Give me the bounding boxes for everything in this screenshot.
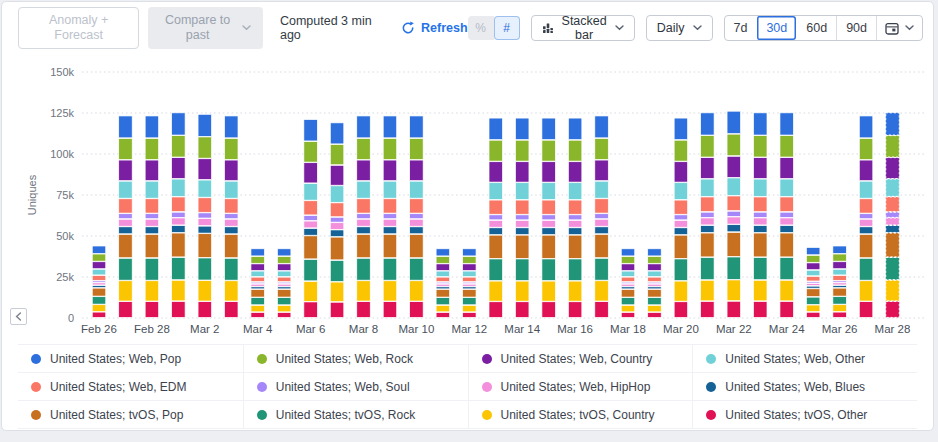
bar-segment[interactable] [621, 305, 635, 311]
bar-segment[interactable] [410, 302, 424, 318]
bar-segment[interactable] [119, 258, 133, 280]
bar-segment[interactable] [383, 138, 397, 159]
bar-segment[interactable] [727, 111, 741, 133]
bar-segment[interactable] [859, 234, 873, 257]
bar-segment[interactable] [701, 226, 715, 233]
bar-segment[interactable] [92, 305, 106, 312]
bar-segment[interactable] [330, 217, 344, 222]
bar-segment[interactable] [833, 288, 847, 296]
bar-segment[interactable] [277, 282, 291, 283]
bar-segment[interactable] [489, 235, 503, 258]
bar-segment[interactable] [701, 218, 715, 225]
bar-segment[interactable] [542, 140, 556, 161]
bar-segment[interactable] [330, 203, 344, 217]
bar-segment[interactable] [357, 138, 371, 159]
bar-segment[interactable] [198, 198, 212, 212]
bar-segment[interactable] [251, 282, 265, 283]
bar-segment[interactable] [780, 280, 794, 301]
bar-segment[interactable] [595, 214, 609, 219]
bar-segment[interactable] [833, 297, 847, 304]
bar-segment[interactable] [119, 234, 133, 257]
bar-segment[interactable] [542, 259, 556, 281]
bar-segment[interactable] [383, 160, 397, 181]
bar-segment[interactable] [674, 140, 688, 161]
bar-segment[interactable] [172, 233, 186, 257]
bar-segment[interactable] [198, 234, 212, 258]
bar-segment[interactable] [172, 113, 186, 135]
bar-segment[interactable] [489, 228, 503, 235]
bar-segment[interactable] [754, 136, 768, 157]
bar-segment[interactable] [436, 277, 450, 281]
bar-segment[interactable] [489, 302, 503, 318]
bar-segment[interactable] [357, 181, 371, 198]
bar-segment[interactable] [780, 113, 794, 135]
bar-segment[interactable] [542, 302, 556, 318]
bar-segment[interactable] [648, 249, 662, 256]
bar-segment[interactable] [542, 228, 556, 235]
bar-segment[interactable] [463, 298, 477, 305]
bar-segment[interactable] [780, 226, 794, 233]
bar-segment[interactable] [886, 136, 900, 157]
bar-mar-21[interactable] [701, 113, 715, 318]
bar-segment[interactable] [648, 282, 662, 283]
bar-mar-16[interactable] [568, 118, 582, 317]
bar-feb-26[interactable] [92, 246, 106, 317]
bar-segment[interactable] [277, 284, 291, 286]
bar-segment[interactable] [304, 302, 318, 317]
bar-segment[interactable] [119, 281, 133, 301]
bar-segment[interactable] [701, 113, 715, 135]
bar-segment[interactable] [436, 287, 450, 289]
bar-segment[interactable] [754, 301, 768, 317]
bar-segment[interactable] [621, 249, 635, 256]
bar-segment[interactable] [568, 302, 582, 318]
bar-segment[interactable] [463, 257, 477, 264]
bar-segment[interactable] [145, 214, 159, 219]
bar-segment[interactable] [859, 214, 873, 219]
bar-segment[interactable] [410, 138, 424, 159]
bar-segment[interactable] [727, 196, 741, 211]
bar-segment[interactable] [225, 258, 239, 280]
bar-segment[interactable] [410, 181, 424, 198]
bar-segment[interactable] [198, 226, 212, 233]
bar-segment[interactable] [648, 264, 662, 271]
bar-segment[interactable] [621, 277, 635, 281]
bar-segment[interactable] [92, 281, 106, 282]
bar-segment[interactable] [225, 199, 239, 213]
bar-segment[interactable] [674, 235, 688, 258]
bar-segment[interactable] [145, 116, 159, 138]
legend-item[interactable]: United States; tvOS, Rock [243, 401, 468, 429]
bar-segment[interactable] [674, 220, 688, 227]
bar-mar-9[interactable] [383, 116, 397, 317]
bar-segment[interactable] [648, 289, 662, 297]
bar-segment[interactable] [172, 136, 186, 157]
bar-segment[interactable] [621, 264, 635, 271]
bar-segment[interactable] [383, 227, 397, 234]
legend-item[interactable]: United States; tvOS, Pop [18, 401, 243, 429]
bar-segment[interactable] [621, 282, 635, 283]
bar-segment[interactable] [357, 219, 371, 226]
bar-segment[interactable] [198, 281, 212, 301]
bar-segment[interactable] [833, 281, 847, 282]
bar-segment[interactable] [410, 199, 424, 213]
bar-segment[interactable] [568, 281, 582, 301]
bar-segment[interactable] [198, 137, 212, 158]
bar-segment[interactable] [251, 249, 265, 256]
bar-segment[interactable] [277, 305, 291, 311]
bar-segment[interactable] [277, 312, 291, 317]
bar-segment[interactable] [410, 214, 424, 219]
bar-feb-28[interactable] [145, 116, 159, 317]
bar-segment[interactable] [515, 183, 529, 200]
number-toggle-button[interactable]: # [494, 16, 520, 40]
bar-segment[interactable] [701, 158, 715, 179]
bar-segment[interactable] [198, 180, 212, 197]
bar-mar-19[interactable] [648, 249, 662, 318]
bar-segment[interactable] [383, 214, 397, 219]
bar-segment[interactable] [595, 116, 609, 138]
bar-mar-4[interactable] [251, 249, 265, 318]
bar-segment[interactable] [172, 158, 186, 179]
bar-segment[interactable] [304, 259, 318, 280]
bar-segment[interactable] [172, 197, 186, 212]
compare-to-past-dropdown[interactable]: Compare to past [148, 7, 263, 49]
bar-segment[interactable] [198, 159, 212, 180]
bar-segment[interactable] [330, 282, 344, 302]
